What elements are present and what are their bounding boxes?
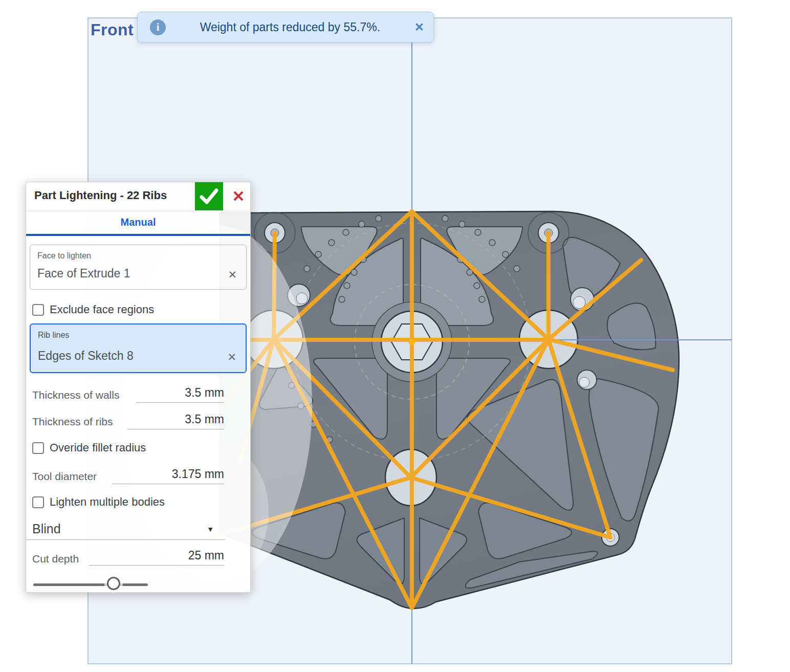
part-lightening-dialog: Part Lightening - 22 Ribs ✕ Manual Face … [26,182,251,593]
wall-thickness-label: Thickness of walls [32,389,119,401]
exclude-face-regions-row[interactable]: Exclude face regions [32,303,154,316]
lighten-multiple-row[interactable]: Lighten multiple bodies [32,495,165,509]
face-field-clear-icon[interactable]: ✕ [228,269,237,281]
dialog-title: Part Lightening - 22 Ribs [34,189,167,202]
rib-field-value: Edges of Sketch 8 [38,349,134,363]
exclude-face-regions-label: Exclude face regions [50,303,154,316]
lighten-multiple-label: Lighten multiple bodies [50,495,165,509]
wall-thickness-input[interactable]: 3.5 mm [136,386,224,403]
header-divider [26,211,250,211]
app-viewport: Front i Weight of parts reduced by 55.7%… [0,0,790,672]
front-plane-label[interactable]: Front [91,20,134,39]
cut-depth-label: Cut depth [32,553,79,565]
tab-manual[interactable]: Manual [26,216,250,228]
lighten-multiple-checkbox[interactable] [32,496,44,508]
checkmark-icon [195,182,223,210]
cut-depth-slider-track[interactable] [33,583,148,586]
end-condition-value: Blind [32,522,61,536]
toast-notification: i Weight of parts reduced by 55.7%. ✕ [137,12,434,42]
face-field-value: Face of Extrude 1 [37,267,130,280]
rib-thickness-label: Thickness of ribs [32,416,113,428]
rib-field-clear-icon[interactable]: ✕ [227,351,236,363]
accept-button[interactable] [195,182,223,210]
rib-field-label: Rib lines [38,331,69,340]
toast-message: Weight of parts reduced by 55.7%. [166,20,414,34]
face-to-lighten-field[interactable]: Face to lighten Face of Extrude 1 ✕ [30,245,247,290]
exclude-face-regions-checkbox[interactable] [32,304,44,316]
sketch-origin-point[interactable] [409,339,415,345]
info-icon: i [150,19,166,35]
rib-thickness-input[interactable]: 3.5 mm [127,413,224,429]
toast-close-icon[interactable]: ✕ [414,20,424,34]
cut-depth-input[interactable]: 25 mm [89,549,224,566]
cancel-button[interactable]: ✕ [226,182,251,210]
override-fillet-row[interactable]: Overide fillet radius [32,441,146,454]
cut-depth-slider-thumb[interactable] [107,577,120,590]
end-condition-dropdown[interactable]: Blind ▼ [26,516,225,540]
override-fillet-checkbox[interactable] [32,442,44,454]
tool-diameter-label: Tool diameter [32,470,97,483]
chevron-down-icon: ▼ [207,525,214,533]
rib-lines-field[interactable]: Rib lines Edges of Sketch 8 ✕ [30,323,247,373]
tool-diameter-input[interactable]: 3.175 mm [112,467,224,484]
tab-underline [26,234,250,236]
override-fillet-label: Overide fillet radius [50,441,146,454]
face-field-label: Face to lighten [37,251,91,261]
